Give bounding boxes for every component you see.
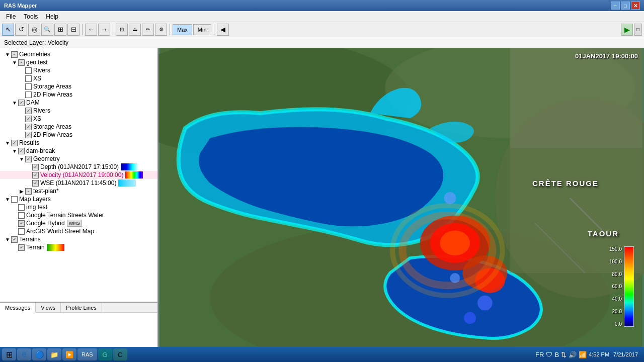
arcgis-item[interactable]: ArcGIS World Street Map (0, 227, 157, 235)
map-layers-checkbox[interactable] (11, 196, 18, 203)
velocity-checkbox[interactable] (32, 172, 39, 178)
geometries-checkbox[interactable] (11, 51, 18, 58)
dam-checkbox[interactable] (18, 100, 25, 106)
google-terrain-item[interactable]: Google Terrain Streets Water (0, 211, 157, 219)
storage2-item[interactable]: Storage Areas (0, 123, 157, 131)
xs2-checkbox[interactable] (25, 116, 32, 122)
taskbar-cad[interactable]: C (113, 348, 127, 360)
zoom-in-tool[interactable]: 🔍 (41, 24, 53, 36)
zoom-out-tool[interactable]: ⊟ (67, 24, 79, 36)
flow2-item[interactable]: 2D Flow Areas (0, 131, 157, 139)
flow1-expand[interactable] (18, 91, 25, 98)
google-hybrid-expand[interactable] (11, 220, 18, 227)
geometry-checkbox[interactable] (25, 156, 32, 162)
storage1-expand[interactable] (18, 83, 25, 90)
arcgis-checkbox[interactable] (18, 228, 25, 235)
flow2-expand[interactable] (18, 131, 25, 138)
img-test-item[interactable]: img test (0, 203, 157, 211)
geo-test-expand[interactable]: ▼ (11, 59, 18, 66)
select-tool[interactable]: ↖ (2, 24, 14, 36)
geometry-expand[interactable]: ▼ (18, 155, 25, 162)
terrains-checkbox[interactable] (11, 236, 18, 243)
geometry-item[interactable]: ▼ Geometry (0, 155, 157, 163)
test-plan-item[interactable]: ▶ test-plan* (0, 187, 157, 195)
img-test-checkbox[interactable] (18, 204, 25, 211)
geo-test-item[interactable]: ▼ geo test (0, 58, 157, 66)
collapse-button[interactable]: ◀ (217, 24, 229, 36)
start-button[interactable]: ⊞ (2, 348, 16, 360)
menu-help[interactable]: Help (42, 12, 62, 21)
xs2-item[interactable]: XS (0, 115, 157, 123)
wse-checkbox[interactable] (32, 180, 39, 187)
arcgis-expand[interactable] (11, 228, 18, 235)
terrains-section[interactable]: ▼ Terrains (0, 235, 157, 243)
taskbar-chrome[interactable]: 🔵 (32, 348, 46, 360)
taskbar-ie[interactable]: e (17, 348, 31, 360)
dam-expand[interactable]: ▼ (11, 99, 18, 106)
tab-profile-lines[interactable]: Profile Lines (61, 303, 102, 312)
terrain-expand[interactable] (11, 244, 18, 251)
xs1-expand[interactable] (18, 75, 25, 82)
map-layers-section[interactable]: ▼ Map Layers (0, 195, 157, 203)
dam-break-checkbox[interactable] (18, 148, 25, 154)
max-button[interactable]: Max (173, 24, 192, 35)
identify-tool[interactable]: ⊡ (116, 24, 128, 36)
map-layers-expand[interactable]: ▼ (4, 196, 11, 203)
wse-expand[interactable] (25, 179, 32, 187)
velocity-expand[interactable] (25, 171, 32, 178)
map-area[interactable]: 01JAN2017 19:00:00 CRÊTE ROUGE TAOUR 150… (158, 48, 644, 347)
menu-tools[interactable]: Tools (20, 12, 42, 21)
taskbar-explorer[interactable]: 📁 (47, 348, 61, 360)
rivers1-checkbox[interactable] (25, 67, 32, 74)
undo-tool[interactable]: ↺ (15, 24, 27, 36)
google-terrain-checkbox[interactable] (18, 212, 25, 219)
depth-expand[interactable] (25, 163, 32, 170)
rivers1-item[interactable]: Rivers (0, 66, 157, 74)
dam-break-item[interactable]: ▼ dam-break (0, 147, 157, 155)
settings-tool[interactable]: ⚙ (155, 24, 167, 36)
xs1-item[interactable]: XS (0, 74, 157, 82)
terrain-tool[interactable]: ⛰ (129, 24, 141, 36)
geometries-expand[interactable]: ▼ (4, 51, 11, 58)
taskbar-ras[interactable]: RAS (77, 348, 97, 360)
dam-item[interactable]: ▼ DAM (0, 99, 157, 107)
geometries-section[interactable]: ▼ Geometries (0, 50, 157, 58)
flow1-checkbox[interactable] (25, 92, 32, 98)
back-tool[interactable]: ← (85, 24, 97, 36)
tab-messages[interactable]: Messages (0, 303, 36, 313)
maximize-button[interactable]: □ (621, 2, 630, 10)
storage1-checkbox[interactable] (25, 83, 32, 90)
depth-item[interactable]: Depth (01JAN2017 17:15:00) (0, 163, 157, 171)
rivers2-checkbox[interactable] (25, 108, 32, 114)
terrains-expand[interactable]: ▼ (4, 236, 11, 243)
storage2-expand[interactable] (18, 123, 25, 130)
menu-file[interactable]: File (2, 12, 20, 21)
zoom-extent-tool[interactable]: ⊞ (54, 24, 66, 36)
flow1-item[interactable]: 2D Flow Areas (0, 90, 157, 99)
test-plan-expand[interactable]: ▶ (18, 188, 25, 195)
depth-checkbox[interactable] (32, 164, 39, 170)
zoom-full-tool[interactable]: ◎ (28, 24, 40, 36)
test-plan-checkbox[interactable] (25, 188, 32, 195)
taskbar-media[interactable]: ▶️ (62, 348, 76, 360)
storage1-item[interactable]: Storage Areas (0, 82, 157, 90)
close-button[interactable]: ✕ (631, 2, 640, 10)
play-button[interactable]: ▶ (621, 24, 633, 36)
minimize-button[interactable]: − (611, 2, 620, 10)
draw-tool[interactable]: ✏ (142, 24, 154, 36)
tab-views[interactable]: Views (36, 303, 61, 312)
rivers2-expand[interactable] (18, 107, 25, 114)
rivers2-item[interactable]: Rivers (0, 107, 157, 115)
rivers1-expand[interactable] (18, 67, 25, 74)
terrain-item[interactable]: Terrain (0, 243, 157, 251)
terrain-checkbox[interactable] (18, 244, 25, 251)
google-hybrid-item[interactable]: Google Hybrid WMS (0, 219, 157, 227)
taskbar-grass[interactable]: G (98, 348, 112, 360)
wse-item[interactable]: WSE (01JAN2017 11:45:00) (0, 179, 157, 187)
flow2-checkbox[interactable] (25, 132, 32, 138)
xs1-checkbox[interactable] (25, 75, 32, 82)
results-section[interactable]: ▼ Results (0, 139, 157, 147)
google-terrain-expand[interactable] (11, 212, 18, 219)
min-button[interactable]: Min (193, 24, 211, 35)
results-checkbox[interactable] (11, 140, 18, 146)
